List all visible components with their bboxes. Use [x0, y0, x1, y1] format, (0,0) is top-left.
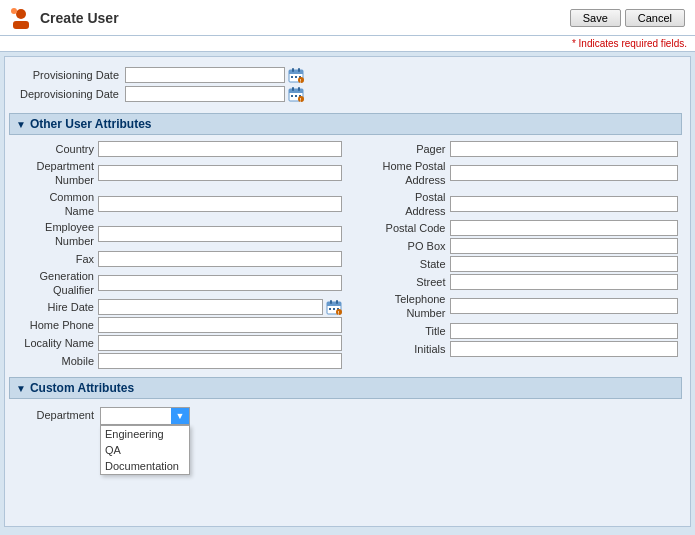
home-phone-input[interactable]	[98, 317, 342, 333]
custom-attributes-body: Department ▼ Engineering QA Documentatio…	[9, 403, 682, 431]
title-left: Create User	[10, 7, 119, 29]
field-row-hire-date: Hire Date !	[13, 299, 342, 315]
title-bar: Create User Save Cancel	[0, 0, 695, 36]
svg-rect-25	[329, 308, 331, 310]
department-select-display[interactable]: ▼	[100, 407, 190, 425]
home-postal-input-wrap	[450, 165, 679, 181]
custom-attributes-arrow: ▼	[16, 383, 26, 394]
po-box-input[interactable]	[450, 238, 679, 254]
dropdown-option-engineering[interactable]: Engineering	[101, 426, 189, 442]
svg-rect-1	[13, 21, 29, 29]
country-input-wrap	[98, 141, 342, 157]
svg-rect-16	[291, 95, 293, 97]
fax-label: Fax	[13, 252, 98, 266]
title-buttons: Save Cancel	[570, 9, 685, 27]
locality-name-input-wrap	[98, 335, 342, 351]
right-column: Pager Home PostalAddress PostalAddress	[346, 139, 683, 373]
field-row-common-name: CommonName	[13, 190, 342, 219]
state-input-wrap	[450, 256, 679, 272]
field-row-po-box: PO Box	[350, 238, 679, 254]
common-name-label: CommonName	[13, 190, 98, 219]
deprovisioning-calendar-icon[interactable]: !	[288, 86, 304, 102]
employee-number-label: EmployeeNumber	[13, 220, 98, 249]
field-row-street: Street	[350, 274, 679, 290]
main-area: Provisioning Date !	[4, 56, 691, 527]
page-title: Create User	[40, 10, 119, 26]
dropdown-arrow-icon[interactable]: ▼	[171, 408, 189, 424]
mobile-label: Mobile	[13, 354, 98, 368]
home-postal-label: Home PostalAddress	[350, 159, 450, 188]
fax-input-wrap	[98, 251, 342, 267]
other-attributes-section-header[interactable]: ▼ Other User Attributes	[9, 113, 682, 135]
department-custom-label: Department	[15, 407, 100, 421]
hire-date-input[interactable]	[98, 299, 323, 315]
svg-rect-22	[327, 302, 341, 306]
department-row: Department ▼ Engineering QA Documentatio…	[15, 407, 676, 425]
telephone-input[interactable]	[450, 298, 679, 314]
field-row-home-phone: Home Phone	[13, 317, 342, 333]
title-label: Title	[350, 324, 450, 338]
title-input[interactable]	[450, 323, 679, 339]
postal-address-input[interactable]	[450, 196, 679, 212]
provisioning-date-field: !	[125, 67, 304, 83]
initials-label: Initials	[350, 342, 450, 356]
field-row-initials: Initials	[350, 341, 679, 357]
postal-code-input-wrap	[450, 220, 679, 236]
svg-rect-6	[298, 68, 300, 72]
department-dropdown-list: Engineering QA Documentation	[100, 425, 190, 475]
scroll-content[interactable]: Provisioning Date !	[5, 57, 690, 526]
left-column: Country DepartmentNumber CommonName	[9, 139, 346, 373]
provisioning-date-input[interactable]	[125, 67, 285, 83]
employee-number-input[interactable]	[98, 226, 342, 242]
dropdown-option-qa[interactable]: QA	[101, 442, 189, 458]
field-row-employee-number: EmployeeNumber	[13, 220, 342, 249]
dept-number-input-wrap	[98, 165, 342, 181]
svg-rect-5	[292, 68, 294, 72]
telephone-input-wrap	[450, 298, 679, 314]
hire-date-calendar-icon[interactable]: !	[326, 299, 342, 315]
po-box-label: PO Box	[350, 239, 450, 253]
street-input[interactable]	[450, 274, 679, 290]
save-button[interactable]: Save	[570, 9, 621, 27]
mobile-input[interactable]	[98, 353, 342, 369]
common-name-input[interactable]	[98, 196, 342, 212]
common-name-input-wrap	[98, 196, 342, 212]
generation-qualifier-input[interactable]	[98, 275, 342, 291]
field-row-mobile: Mobile	[13, 353, 342, 369]
locality-name-input[interactable]	[98, 335, 342, 351]
provisioning-date-row: Provisioning Date !	[15, 67, 676, 83]
field-row-country: Country	[13, 141, 342, 157]
deprovisioning-date-label: Deprovisioning Date	[15, 88, 125, 100]
field-row-pager: Pager	[350, 141, 679, 157]
field-row-postal-address: PostalAddress	[350, 190, 679, 219]
custom-attributes-section-header[interactable]: ▼ Custom Attributes	[9, 377, 682, 399]
svg-rect-17	[295, 95, 297, 97]
dept-number-input[interactable]	[98, 165, 342, 181]
locality-name-label: Locality Name	[13, 336, 98, 350]
street-label: Street	[350, 275, 450, 289]
generation-qualifier-label: GenerationQualifier	[13, 269, 98, 298]
home-phone-label: Home Phone	[13, 318, 98, 332]
cancel-button[interactable]: Cancel	[625, 9, 685, 27]
country-input[interactable]	[98, 141, 342, 157]
fax-input[interactable]	[98, 251, 342, 267]
mobile-input-wrap	[98, 353, 342, 369]
deprovisioning-date-input[interactable]	[125, 86, 285, 102]
home-postal-input[interactable]	[450, 165, 679, 181]
provisioning-calendar-icon[interactable]: !	[288, 67, 304, 83]
field-row-state: State	[350, 256, 679, 272]
pager-input[interactable]	[450, 141, 679, 157]
postal-code-input[interactable]	[450, 220, 679, 236]
svg-rect-23	[330, 300, 332, 304]
provisioning-date-label: Provisioning Date	[15, 69, 125, 81]
dropdown-option-documentation[interactable]: Documentation	[101, 458, 189, 474]
required-note: * Indicates required fields.	[0, 36, 695, 52]
field-row-postal-code: Postal Code	[350, 220, 679, 236]
generation-qualifier-input-wrap	[98, 275, 342, 291]
initials-input[interactable]	[450, 341, 679, 357]
state-input[interactable]	[450, 256, 679, 272]
other-attributes-title: Other User Attributes	[30, 117, 152, 131]
po-box-input-wrap	[450, 238, 679, 254]
field-row-generation-qualifier: GenerationQualifier	[13, 269, 342, 298]
department-dropdown-wrapper: ▼ Engineering QA Documentation	[100, 407, 190, 425]
